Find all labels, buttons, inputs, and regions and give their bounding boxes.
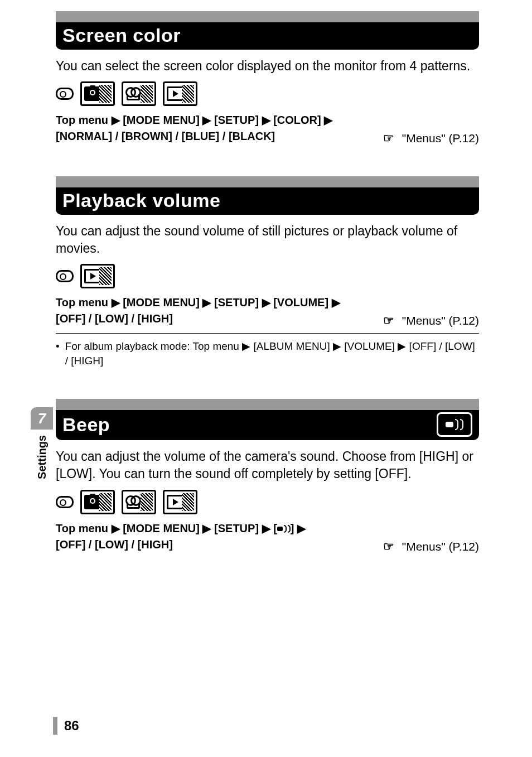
note-block: • For album playback mode: Top menu ▶ [A… [56, 333, 479, 368]
cross-reference: "Menus" (P.12) [383, 540, 479, 553]
pointer-icon [383, 133, 399, 144]
movie-mode-icon [122, 490, 156, 514]
page-number-tick-icon [53, 717, 57, 735]
chapter-number: 7 [31, 407, 53, 430]
section-description: You can adjust the volume of the camera'… [56, 448, 479, 483]
chapter-label: Settings [36, 435, 49, 479]
beep-inline-icon [277, 525, 291, 533]
reference-text: "Menus" (P.12) [402, 314, 479, 327]
section-divider [56, 399, 479, 410]
section-screen-color: Screen color You can select the screen c… [56, 11, 479, 145]
page-number: 86 [64, 718, 79, 734]
menu-path-line-2: [OFF] / [LOW] / [HIGH] [56, 311, 340, 326]
mode-dial-row [56, 264, 479, 288]
section-divider [56, 11, 479, 22]
camera-mode-icon [80, 81, 115, 106]
pointer-icon [383, 541, 399, 552]
note-text: For album playback mode: Top menu ▶ [ALB… [65, 339, 479, 368]
cross-reference: "Menus" (P.12) [383, 132, 479, 145]
playback-mode-icon [80, 264, 115, 288]
section-playback-volume: Playback volume You can adjust the sound… [56, 176, 479, 368]
movie-mode-icon [122, 81, 156, 106]
pointer-icon [383, 315, 399, 326]
menu-path-line-2: [OFF] / [LOW] / [HIGH] [56, 537, 306, 552]
playback-mode-icon [163, 490, 197, 514]
beep-icon [437, 412, 472, 437]
menu-path-line-2: [NORMAL] / [BROWN] / [BLUE] / [BLACK] [56, 129, 332, 144]
section-title-bar: Screen color [56, 22, 479, 50]
section-title: Beep [62, 414, 110, 436]
menu-path-line-1: Top menu ▶ [MODE MENU] ▶ [SETUP] ▶ [] ▶ [56, 521, 306, 536]
playback-mode-icon [163, 81, 197, 106]
section-title-bar: Playback volume [56, 187, 479, 215]
reference-text: "Menus" (P.12) [402, 132, 479, 145]
reference-text: "Menus" (P.12) [402, 540, 479, 553]
section-description: You can select the screen color displaye… [56, 57, 479, 75]
section-beep: Beep You can adjust the volume of the ca… [56, 399, 479, 553]
menu-path-line-1: Top menu ▶ [MODE MENU] ▶ [SETUP] ▶ [VOLU… [56, 295, 340, 310]
page-number-bar: 86 [53, 717, 79, 735]
bullet-icon: • [56, 339, 60, 368]
section-title-bar: Beep [56, 410, 479, 440]
section-title: Playback volume [62, 190, 472, 211]
cross-reference: "Menus" (P.12) [383, 314, 479, 327]
dial-knob-icon [56, 270, 74, 282]
menu-path-line-1: Top menu ▶ [MODE MENU] ▶ [SETUP] ▶ [COLO… [56, 113, 332, 128]
mode-dial-row [56, 81, 479, 106]
section-divider [56, 176, 479, 187]
mode-dial-row [56, 490, 479, 514]
dial-knob-icon [56, 88, 74, 100]
section-title: Screen color [62, 25, 472, 46]
dial-knob-icon [56, 496, 74, 508]
camera-mode-icon [80, 490, 115, 514]
chapter-tab: 7 Settings [31, 407, 53, 479]
section-description: You can adjust the sound volume of still… [56, 223, 479, 257]
